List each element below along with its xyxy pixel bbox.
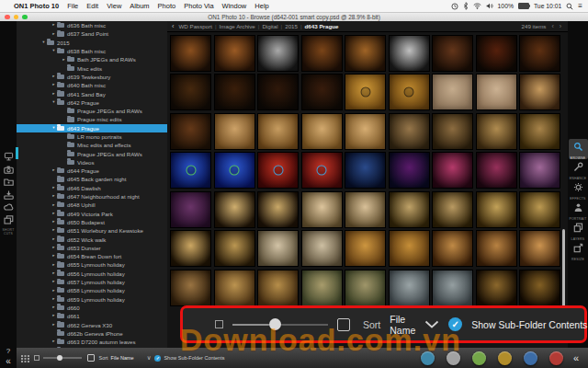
folder-d646-dawlish[interactable]: ▸d646 Dawlish xyxy=(17,184,167,192)
disclosure-triangle-icon[interactable]: ▸ xyxy=(51,92,57,97)
sort-value[interactable]: File Name xyxy=(390,314,415,336)
disclosure-triangle-icon[interactable]: ▾ xyxy=(51,49,57,53)
disclosure-triangle-icon[interactable]: ▸ xyxy=(51,314,57,318)
large-thumbnail-icon[interactable] xyxy=(87,354,95,362)
photo-thumbnail[interactable] xyxy=(345,74,386,110)
spotlight-icon[interactable] xyxy=(566,3,573,10)
photo-thumbnail[interactable] xyxy=(345,191,386,228)
color-label-dot[interactable] xyxy=(549,351,563,365)
photo-thumbnail[interactable] xyxy=(214,230,255,267)
photo-thumbnail[interactable] xyxy=(170,230,211,267)
color-label-dot[interactable] xyxy=(524,351,537,365)
photo-thumbnail[interactable] xyxy=(301,230,343,267)
disclosure-triangle-icon[interactable]: ▸ xyxy=(51,254,57,259)
folder-d662-geneva-x30[interactable]: ▸d662 Geneva X30 xyxy=(17,320,167,328)
folder-d636-bath-misc[interactable]: ▸d636 Bath misc xyxy=(17,21,167,29)
photo-thumbnail[interactable] xyxy=(432,74,473,110)
subfolder-checkbox[interactable]: ✓ xyxy=(448,317,462,331)
photo-thumbnail[interactable] xyxy=(170,191,211,228)
module-effects[interactable]: EFFECTS xyxy=(569,179,588,200)
disclosure-triangle-icon[interactable]: ▸ xyxy=(51,237,57,242)
folder-misc-edits-and-effects[interactable]: Misc edits and effects xyxy=(17,141,167,149)
disclosure-triangle-icon[interactable]: ▾ xyxy=(51,126,57,131)
subfolder-checkbox[interactable]: ✓ xyxy=(154,355,161,362)
menu-photo[interactable]: Photo xyxy=(158,2,176,10)
folder-prague-jpegs-and-raws[interactable]: Prague JPEGs and RAWs xyxy=(17,149,167,157)
photo-thumbnail[interactable] xyxy=(476,270,517,306)
folder-prague-misc-edits[interactable]: Prague misc edits xyxy=(17,115,167,123)
grid-scrollbar[interactable] xyxy=(562,229,565,308)
breadcrumb-item[interactable]: WD Passport xyxy=(179,23,212,29)
folder-d648-uphill[interactable]: ▸d648 Uphill xyxy=(17,201,167,209)
menu-view[interactable]: View xyxy=(107,2,121,10)
photo-thumbnail[interactable] xyxy=(476,113,517,150)
window-title-bar[interactable]: ON1 Photo 10 - Browse (d642-001 smart co… xyxy=(0,13,588,21)
photo-thumbnail[interactable] xyxy=(519,152,560,189)
disclosure-triangle-icon[interactable]: ▸ xyxy=(51,305,57,310)
disclosure-triangle-icon[interactable]: ▸ xyxy=(51,32,57,37)
photo-thumbnail[interactable] xyxy=(301,113,343,150)
disclosure-triangle-icon[interactable]: ▸ xyxy=(51,263,57,268)
photo-thumbnail[interactable] xyxy=(389,152,430,189)
photo-thumbnail[interactable] xyxy=(389,113,430,150)
pictures-folder-icon[interactable] xyxy=(4,178,14,186)
photo-thumbnail[interactable] xyxy=(257,191,299,228)
photo-thumbnail[interactable] xyxy=(519,74,560,110)
photo-thumbnail[interactable] xyxy=(345,270,386,306)
slider-thumb[interactable] xyxy=(57,355,62,361)
disclosure-triangle-icon[interactable]: ▸ xyxy=(51,280,57,284)
photo-thumbnail[interactable] xyxy=(389,230,430,267)
folder-d645-back-garden-night[interactable]: d645 Back garden night xyxy=(17,175,167,183)
large-thumbnail-icon[interactable] xyxy=(337,318,350,331)
photo-thumbnail[interactable] xyxy=(519,270,560,306)
camera-icon[interactable] xyxy=(4,166,14,174)
folder-d653-dunster[interactable]: ▸d653 Dunster xyxy=(17,244,167,252)
photo-thumbnail[interactable] xyxy=(170,74,211,110)
folder-d649-victoria-park[interactable]: ▸d649 Victoria Park xyxy=(17,210,167,218)
folder-d654-brean-down-fort[interactable]: ▸d654 Brean Down fort xyxy=(17,252,167,260)
breadcrumb-item[interactable]: 2015 xyxy=(285,23,298,29)
folder-d638-bath-misc[interactable]: ▾d638 Bath misc xyxy=(17,47,167,55)
folder-d640-bath-misc[interactable]: ▸d640 Bath misc xyxy=(17,81,167,89)
module-portrait[interactable]: PORTRAIT xyxy=(569,200,588,220)
photo-thumbnail[interactable] xyxy=(345,230,386,267)
shortcuts-icon[interactable] xyxy=(4,215,14,224)
disclosure-triangle-icon[interactable]: ▾ xyxy=(40,40,47,45)
chevron-down-icon[interactable]: ∨ xyxy=(147,354,152,362)
breadcrumb-item[interactable]: d643 Prague xyxy=(305,23,339,29)
disclosure-triangle-icon[interactable]: ▸ xyxy=(51,228,57,233)
photo-thumbnail[interactable] xyxy=(301,35,343,72)
folder-d663-d7200-autumn-leaves[interactable]: ▸d663 D7200 autumn leaves xyxy=(17,338,167,346)
disclosure-triangle-icon[interactable]: ▸ xyxy=(51,220,57,224)
folder-d662b-geneva-iphone[interactable]: d662b Geneva iPhone xyxy=(17,329,167,338)
photo-thumbnail[interactable] xyxy=(345,35,386,72)
folder-d641-sand-bay[interactable]: ▸d641 Sand Bay xyxy=(17,89,167,98)
folder-d637-sand-point[interactable]: ▸d637 Sand Point xyxy=(17,29,167,38)
disclosure-triangle-icon[interactable]: ▸ xyxy=(51,168,57,173)
menu-edit[interactable]: Edit xyxy=(86,2,98,10)
folder-bath-jpegs-and-raws[interactable]: ▸Bath JPEGs and RAWs xyxy=(17,55,167,63)
sort-value[interactable]: File Name xyxy=(111,355,134,361)
disclosure-triangle-icon[interactable]: ▸ xyxy=(51,194,57,199)
photo-thumbnail[interactable] xyxy=(476,35,517,72)
disclosure-triangle-icon[interactable]: ▸ xyxy=(51,23,57,28)
photo-thumbnail[interactable] xyxy=(170,113,211,150)
disclosure-triangle-icon[interactable]: ▸ xyxy=(51,297,57,302)
photo-thumbnail[interactable] xyxy=(519,191,560,228)
photo-thumbnail[interactable] xyxy=(301,74,343,110)
menu-photo-via[interactable]: Photo Via xyxy=(184,2,213,10)
back-button[interactable]: ‹ xyxy=(172,22,175,30)
photo-thumbnail[interactable] xyxy=(257,152,299,189)
disclosure-triangle-icon[interactable]: ▸ xyxy=(51,83,57,87)
folder-d650-budapest[interactable]: ▸d650 Budapest xyxy=(17,218,167,226)
subfolder-label[interactable]: Show Sub-Folder Contents xyxy=(471,319,587,330)
photo-thumbnail[interactable] xyxy=(214,270,255,306)
folder-d656-lynmouth-holiday[interactable]: ▸d656 Lynmouth holiday xyxy=(17,270,167,278)
computer-icon[interactable] xyxy=(4,152,14,161)
disclosure-triangle-icon[interactable]: ▸ xyxy=(51,323,57,328)
folder-d647-neighbourhood-at-night[interactable]: ▸d647 Neighbourhood at night xyxy=(17,192,167,201)
photo-thumbnail[interactable] xyxy=(519,230,560,267)
photo-thumbnail[interactable] xyxy=(476,74,517,110)
folder-d658-lynmouth-holiday[interactable]: ▸d658 Lynmouth holiday xyxy=(17,286,167,294)
photo-thumbnail[interactable] xyxy=(432,152,473,189)
